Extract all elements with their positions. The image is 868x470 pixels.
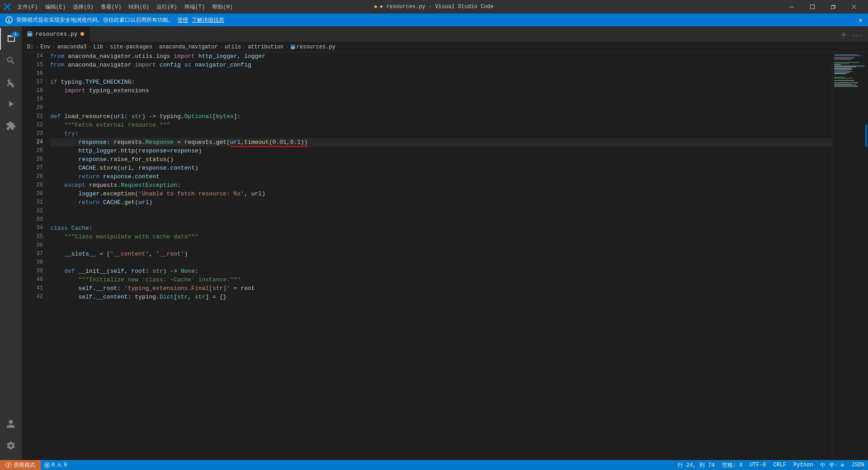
code-line-25: http_logger.http(response=response) <box>50 147 832 155</box>
breadcrumb-attribution[interactable]: attribution <box>248 44 283 50</box>
manage-link[interactable]: 管理 <box>177 16 188 24</box>
svg-rect-0 <box>789 7 794 7</box>
svg-rect-2 <box>831 6 835 9</box>
minimap <box>832 52 868 460</box>
breadcrumb-file[interactable]: py resources.py <box>291 44 335 50</box>
warning-count: 0 <box>64 462 67 468</box>
code-line-33 <box>50 215 832 224</box>
menu-view[interactable]: 查看(V) <box>97 1 125 13</box>
breadcrumb-anaconda3[interactable]: anaconda3 <box>57 44 86 50</box>
language-text: Python <box>793 462 813 468</box>
sidebar-item-account[interactable] <box>0 413 22 435</box>
close-button[interactable] <box>844 0 864 14</box>
menu-terminal[interactable]: 终端(T) <box>181 1 209 13</box>
line-num-26: 26 <box>25 155 43 164</box>
menu-help[interactable]: 帮助(H) <box>208 1 236 13</box>
sidebar-item-source-control[interactable] <box>0 71 22 93</box>
line-num-41: 41 <box>25 284 43 293</box>
code-line-22: """Fetch external resource.""" <box>50 121 832 129</box>
line-num-38: 38 <box>25 258 43 267</box>
language-mode[interactable]: Python <box>790 460 816 470</box>
code-line-17: if typing.TYPE_CHECKING: <box>50 78 832 86</box>
restricted-mode-icon <box>5 462 12 468</box>
line-numbers: 14 15 16 17 18 19 20 21 22 23 24 25 26 2… <box>22 52 47 460</box>
window-title: ● resources.py - Visual Studio Code <box>374 4 494 10</box>
code-line-28: return response.content <box>50 172 832 181</box>
tab-actions: ··· <box>839 30 868 42</box>
breadcrumb-env[interactable]: Env <box>41 44 51 50</box>
tab-resources-py[interactable]: py resources.py <box>22 26 90 42</box>
code-line-26: response.raise_for_status() <box>50 155 832 164</box>
menu-run[interactable]: 运行(R) <box>153 1 181 13</box>
svg-rect-1 <box>811 5 815 9</box>
line-num-17: 17 <box>25 78 43 86</box>
line-num-33: 33 <box>25 215 43 224</box>
indentation[interactable]: 空格: 4 <box>718 460 746 470</box>
split-editor-button[interactable] <box>839 30 849 42</box>
menu-selection[interactable]: 选择(S) <box>69 1 97 13</box>
eol-text: CRLF <box>773 462 786 468</box>
line-num-34: 34 <box>25 224 43 233</box>
line-num-16: 16 <box>25 69 43 78</box>
code-line-35: """Class manipulate with cache data""" <box>50 233 832 241</box>
restore-button[interactable] <box>802 0 823 14</box>
line-num-36: 36 <box>25 241 43 250</box>
sidebar-item-extensions[interactable] <box>0 115 22 137</box>
maximize-button[interactable] <box>823 0 844 14</box>
schema-text: 中 半· ⊕ <box>820 461 844 469</box>
line-num-37: 37 <box>25 250 43 258</box>
notification-close-button[interactable]: ✕ <box>859 16 863 24</box>
code-line-39: def __init__(self, root: str) -> None: <box>50 267 832 275</box>
window-controls <box>781 0 864 14</box>
code-line-40: """Initialize new :class:`~Cache` instan… <box>50 275 832 284</box>
extensions-icon <box>6 121 16 131</box>
menu-goto[interactable]: 转到(G) <box>125 1 153 13</box>
encoding[interactable]: UTF-8 <box>746 460 769 470</box>
line-num-24: 24 <box>25 138 43 147</box>
vscode-logo-icon <box>4 3 11 10</box>
search-icon <box>6 56 16 66</box>
code-line-20 <box>50 104 832 112</box>
account-icon <box>6 419 16 429</box>
cursor-position[interactable]: 行 24, 列 74 <box>674 460 718 470</box>
line-num-25: 25 <box>25 147 43 155</box>
titlebar-menus: 文件(F) 编辑(E) 选择(S) 查看(V) 转到(G) 运行(R) 终端(T… <box>14 1 236 13</box>
line-num-29: 29 <box>25 181 43 190</box>
minimap-scrollbar <box>865 124 867 147</box>
code-line-16 <box>50 69 832 78</box>
line-num-14: 14 <box>25 52 43 61</box>
breadcrumb-utils[interactable]: utils <box>225 44 241 50</box>
code-editor[interactable]: 14 15 16 17 18 19 20 21 22 23 24 25 26 2… <box>22 52 868 460</box>
code-line-34: class Cache: <box>50 224 832 233</box>
minimize-button[interactable] <box>781 0 802 14</box>
learn-more-link[interactable]: 了解详细信息 <box>192 16 224 24</box>
status-bar: 受限模式 0 0 行 24, 列 74 空格: 4 UTF-8 CRLF <box>0 460 868 470</box>
json-info[interactable]: JSON <box>848 460 868 470</box>
breadcrumb-d[interactable]: D: <box>27 44 33 50</box>
schema-info[interactable]: 中 半· ⊕ <box>816 460 848 470</box>
notification-text: 受限模式旨在实现安全地浏览代码。信任此窗口以启用所有功能。 <box>16 16 174 24</box>
breadcrumb-site-packages[interactable]: site-packages <box>110 44 152 50</box>
svg-text:py: py <box>291 46 294 49</box>
titlebar: 文件(F) 编辑(E) 选择(S) 查看(V) 转到(G) 运行(R) 终端(T… <box>0 0 868 14</box>
sidebar-item-settings[interactable] <box>0 435 22 456</box>
sidebar-item-run-debug[interactable] <box>0 93 22 115</box>
breadcrumb-lib[interactable]: Lib <box>93 44 103 50</box>
more-actions-button[interactable]: ··· <box>850 31 864 41</box>
sidebar-item-explorer[interactable]: 1 <box>0 28 22 50</box>
menu-file[interactable]: 文件(F) <box>14 1 42 13</box>
notification-bar: i 受限模式旨在实现安全地浏览代码。信任此窗口以启用所有功能。 管理 了解详细信… <box>0 14 868 26</box>
menu-edit[interactable]: 编辑(E) <box>42 1 70 13</box>
info-icon: i <box>5 16 13 24</box>
sidebar-item-search[interactable] <box>0 50 22 71</box>
error-count: 0 <box>52 462 55 468</box>
line-num-42: 42 <box>25 293 43 301</box>
code-line-24: response: requests.Response = requests.g… <box>50 138 832 147</box>
titlebar-left: 文件(F) 编辑(E) 选择(S) 查看(V) 转到(G) 运行(R) 终端(T… <box>4 1 236 13</box>
code-line-23: try: <box>50 129 832 138</box>
errors-indicator[interactable]: 0 0 <box>41 460 71 470</box>
eol[interactable]: CRLF <box>769 460 790 470</box>
restricted-mode-indicator[interactable]: 受限模式 <box>0 460 41 470</box>
indentation-text: 空格: 4 <box>722 461 743 469</box>
breadcrumb-anaconda-navigator[interactable]: anaconda_navigator <box>159 44 218 50</box>
